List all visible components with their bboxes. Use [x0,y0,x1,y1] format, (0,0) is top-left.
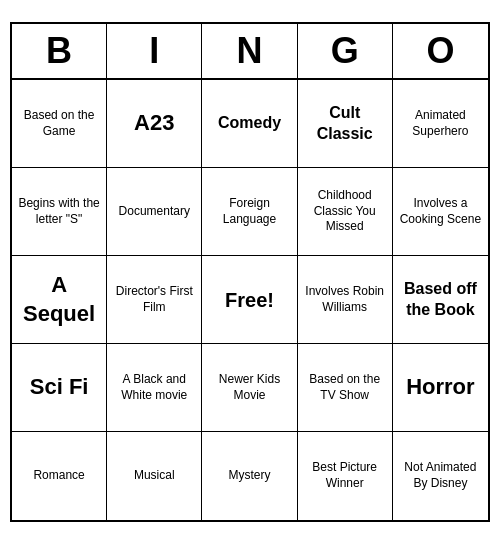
cell-text: A Sequel [16,271,102,328]
bingo-cell-r2c5[interactable]: Involves a Cooking Scene [393,168,488,256]
cell-text: Begins with the letter "S" [16,196,102,227]
bingo-cell-r5c1[interactable]: Romance [12,432,107,520]
bingo-letter-G: G [298,24,393,78]
cell-text: Cult Classic [302,103,388,145]
cell-text: Free! [225,287,274,313]
bingo-cell-r2c1[interactable]: Begins with the letter "S" [12,168,107,256]
bingo-letter-O: O [393,24,488,78]
cell-text: Involves Robin Williams [302,284,388,315]
bingo-cell-r5c4[interactable]: Best Picture Winner [298,432,393,520]
bingo-cell-r2c2[interactable]: Documentary [107,168,202,256]
bingo-header: BINGO [12,24,488,80]
bingo-cell-r5c5[interactable]: Not Animated By Disney [393,432,488,520]
bingo-cell-r4c1[interactable]: Sci Fi [12,344,107,432]
bingo-letter-B: B [12,24,107,78]
cell-text: Best Picture Winner [302,460,388,491]
cell-text: Based on the Game [16,108,102,139]
cell-text: Based off the Book [397,279,484,321]
bingo-cell-r3c3[interactable]: Free! [202,256,297,344]
cell-text: Based on the TV Show [302,372,388,403]
bingo-cell-r3c5[interactable]: Based off the Book [393,256,488,344]
cell-text: Not Animated By Disney [397,460,484,491]
cell-text: Comedy [218,113,281,134]
bingo-cell-r5c2[interactable]: Musical [107,432,202,520]
cell-text: Mystery [228,468,270,484]
cell-text: Documentary [119,204,190,220]
cell-text: Sci Fi [30,373,89,402]
bingo-cell-r2c3[interactable]: Foreign Language [202,168,297,256]
bingo-cell-r5c3[interactable]: Mystery [202,432,297,520]
bingo-letter-N: N [202,24,297,78]
cell-text: Director's First Film [111,284,197,315]
bingo-cell-r4c2[interactable]: A Black and White movie [107,344,202,432]
bingo-cell-r1c5[interactable]: Animated Superhero [393,80,488,168]
bingo-cell-r1c2[interactable]: A23 [107,80,202,168]
cell-text: Childhood Classic You Missed [302,188,388,235]
cell-text: Horror [406,373,474,402]
bingo-grid: Based on the GameA23ComedyCult ClassicAn… [12,80,488,520]
bingo-cell-r1c3[interactable]: Comedy [202,80,297,168]
bingo-cell-r1c4[interactable]: Cult Classic [298,80,393,168]
cell-text: Musical [134,468,175,484]
bingo-cell-r3c2[interactable]: Director's First Film [107,256,202,344]
cell-text: Romance [33,468,84,484]
cell-text: A Black and White movie [111,372,197,403]
bingo-card: BINGO Based on the GameA23ComedyCult Cla… [10,22,490,522]
bingo-cell-r3c1[interactable]: A Sequel [12,256,107,344]
bingo-cell-r2c4[interactable]: Childhood Classic You Missed [298,168,393,256]
cell-text: Involves a Cooking Scene [397,196,484,227]
cell-text: A23 [134,109,174,138]
cell-text: Animated Superhero [397,108,484,139]
cell-text: Foreign Language [206,196,292,227]
bingo-letter-I: I [107,24,202,78]
cell-text: Newer Kids Movie [206,372,292,403]
bingo-cell-r3c4[interactable]: Involves Robin Williams [298,256,393,344]
bingo-cell-r4c5[interactable]: Horror [393,344,488,432]
bingo-cell-r4c4[interactable]: Based on the TV Show [298,344,393,432]
bingo-cell-r4c3[interactable]: Newer Kids Movie [202,344,297,432]
bingo-cell-r1c1[interactable]: Based on the Game [12,80,107,168]
